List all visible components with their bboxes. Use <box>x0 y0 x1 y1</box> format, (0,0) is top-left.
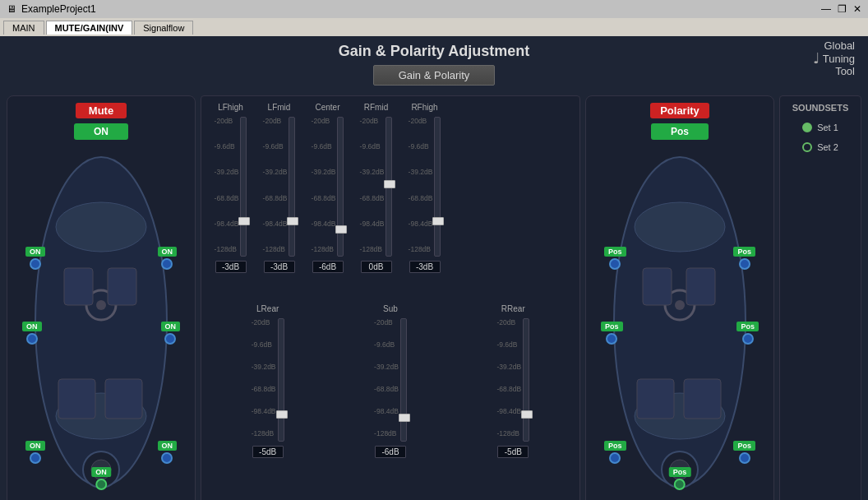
rfhigh-fader-area: -20dB -9.6dB -39.2dB -68.8dB -98.4dB -12… <box>409 113 441 257</box>
on-button-main[interactable]: ON <box>74 123 128 140</box>
gain-polarity-button[interactable]: Gain & Polarity <box>373 65 496 86</box>
soundset-label-1: Set 1 <box>817 123 838 132</box>
pos-circle-botright <box>739 452 750 464</box>
top-channels: LFhigh -20dB -9.6dB -39.2dB -68.8dB -98.… <box>208 103 573 299</box>
app-icon: 🖥 <box>7 3 16 15</box>
page-title: Gain & Polarity Adjustment <box>339 43 529 60</box>
rrear-value: -5dB <box>497 446 529 458</box>
node-topright: ON <box>158 247 178 270</box>
soundsets-title: SOUNDSETS <box>792 103 848 113</box>
lfmid-track[interactable] <box>289 117 295 257</box>
svg-rect-6 <box>108 268 136 305</box>
rfmid-label: RFmid <box>364 103 388 112</box>
circle-topright <box>161 258 173 270</box>
on-btn-botleft[interactable]: ON <box>25 441 45 451</box>
pos-btn-botcenter[interactable]: Pos <box>669 467 691 477</box>
node-botleft: ON <box>25 441 45 464</box>
lfhigh-label: LFhigh <box>218 103 243 112</box>
pos-circle-topleft <box>609 258 621 270</box>
soundset-radio-1[interactable] <box>802 123 812 132</box>
tab-signalflow[interactable]: Signalflow <box>134 21 193 35</box>
pos-btn-botleft[interactable]: Pos <box>604 441 626 451</box>
lfmid-value: -3dB <box>264 261 295 273</box>
channel-panel: LFhigh -20dB -9.6dB -39.2dB -68.8dB -98.… <box>201 95 580 500</box>
lrear-handle[interactable] <box>276 410 288 419</box>
pos-circle-midright <box>742 333 754 345</box>
rfhigh-handle[interactable] <box>432 217 444 225</box>
menu-bar: MAIN MUTE/GAIN(INV Signalflow <box>0 18 868 36</box>
on-btn-topright[interactable]: ON <box>158 247 178 257</box>
bottom-channels: LRear -20dB -9.6dB -39.2dB -68.8dB -98.4… <box>208 304 573 501</box>
svg-rect-8 <box>105 379 142 419</box>
center-label: Center <box>315 103 339 112</box>
channel-lfhigh: LFhigh -20dB -9.6dB -39.2dB -68.8dB -98.… <box>208 103 253 299</box>
on-btn-midright[interactable]: ON <box>161 322 181 331</box>
node-botright: ON <box>158 441 178 464</box>
channel-lrear: LRear -20dB -9.6dB -39.2dB -68.8dB -98.4… <box>245 304 290 501</box>
circle-midright <box>164 333 176 345</box>
lfmid-scale: -20dB -9.6dB -39.2dB -68.8dB -98.4dB -12… <box>263 113 289 253</box>
tab-main[interactable]: MAIN <box>3 21 44 35</box>
close-button[interactable]: ✕ <box>853 3 861 15</box>
soundset-item-1[interactable]: Set 1 <box>802 123 838 132</box>
tab-mute-gain[interactable]: MUTE/GAIN(INV <box>46 21 133 35</box>
channel-lfmid: LFmid -20dB -9.6dB -39.2dB -68.8dB -98.4… <box>256 103 302 299</box>
minimize-button[interactable]: — <box>821 3 831 15</box>
lrear-scale: -20dB -9.6dB -39.2dB -68.8dB -98.4dB -12… <box>252 315 278 438</box>
svg-point-12 <box>635 202 725 252</box>
rrear-track[interactable] <box>523 318 529 442</box>
sub-fader-area: -20dB -9.6dB -39.2dB -68.8dB -98.4dB -12… <box>374 315 407 442</box>
lrear-track[interactable] <box>278 318 284 442</box>
sub-track[interactable] <box>400 318 407 442</box>
soundsets-panel: SOUNDSETS Set 1 Set 2 <box>779 95 861 500</box>
pos-btn-botright[interactable]: Pos <box>733 441 755 451</box>
svg-point-15 <box>675 300 685 310</box>
pos-btn-topleft[interactable]: Pos <box>604 247 626 257</box>
node-midright: ON <box>161 322 181 345</box>
lfmid-label: LFmid <box>268 103 291 112</box>
pos-btn-midright[interactable]: Pos <box>736 322 759 331</box>
rfhigh-value: -3dB <box>409 261 441 273</box>
rfmid-handle[interactable] <box>384 180 395 188</box>
logo-line3: Tool <box>823 65 855 78</box>
rfhigh-track[interactable] <box>434 117 441 257</box>
on-btn-topleft[interactable]: ON <box>25 247 45 257</box>
pos-circle-botleft <box>609 452 621 464</box>
maximize-button[interactable]: ❐ <box>838 3 847 15</box>
lfmid-handle[interactable] <box>287 217 298 225</box>
svg-rect-18 <box>637 379 674 419</box>
center-track[interactable] <box>337 117 344 257</box>
pos-circle-botcenter <box>674 479 686 490</box>
svg-point-4 <box>96 300 106 310</box>
circle-midleft <box>26 333 38 345</box>
pos-btn-topright[interactable]: Pos <box>733 247 755 257</box>
node-midleft: ON <box>22 322 42 345</box>
lfhigh-value: -3dB <box>215 261 247 273</box>
pos-btn-midleft[interactable]: Pos <box>601 322 623 331</box>
channel-rfhigh: RFhigh -20dB -9.6dB -39.2dB -68.8dB -98.… <box>402 103 447 299</box>
pos-button-main[interactable]: Pos <box>651 123 709 140</box>
lfmid-fader-area: -20dB -9.6dB -39.2dB -68.8dB -98.4dB -12… <box>263 113 296 257</box>
app-title: ExampleProject1 <box>21 3 96 15</box>
lrear-label: LRear <box>256 304 279 313</box>
circle-botright <box>161 452 173 464</box>
on-btn-botcenter[interactable]: ON <box>91 467 111 477</box>
soundset-item-2[interactable]: Set 2 <box>802 142 838 152</box>
pos-node-botcenter: Pos <box>669 467 691 490</box>
rrear-handle[interactable] <box>521 410 533 419</box>
circle-botleft <box>30 452 41 464</box>
channel-rfmid: RFmid -20dB -9.6dB -39.2dB -68.8dB -98.4… <box>353 103 399 299</box>
sub-handle[interactable] <box>399 414 410 422</box>
app-header: Gain & Polarity Adjustment ♩ Global Tuni… <box>0 36 868 63</box>
channel-sub: Sub -20dB -9.6dB -39.2dB -68.8dB -98.4dB… <box>367 304 413 501</box>
lfhigh-track[interactable] <box>240 117 247 257</box>
soundset-radio-2[interactable] <box>802 142 812 152</box>
center-handle[interactable] <box>335 225 347 234</box>
rfhigh-scale: -20dB -9.6dB -39.2dB -68.8dB -98.4dB -12… <box>409 113 435 253</box>
lfhigh-handle[interactable] <box>238 217 250 225</box>
on-btn-midleft[interactable]: ON <box>22 322 42 331</box>
logo-line2: Tuning <box>823 53 855 66</box>
rfmid-track[interactable] <box>386 117 392 257</box>
on-btn-botright[interactable]: ON <box>158 441 178 451</box>
lfhigh-fader-area: -20dB -9.6dB -39.2dB -68.8dB -98.4dB -12… <box>215 113 247 257</box>
